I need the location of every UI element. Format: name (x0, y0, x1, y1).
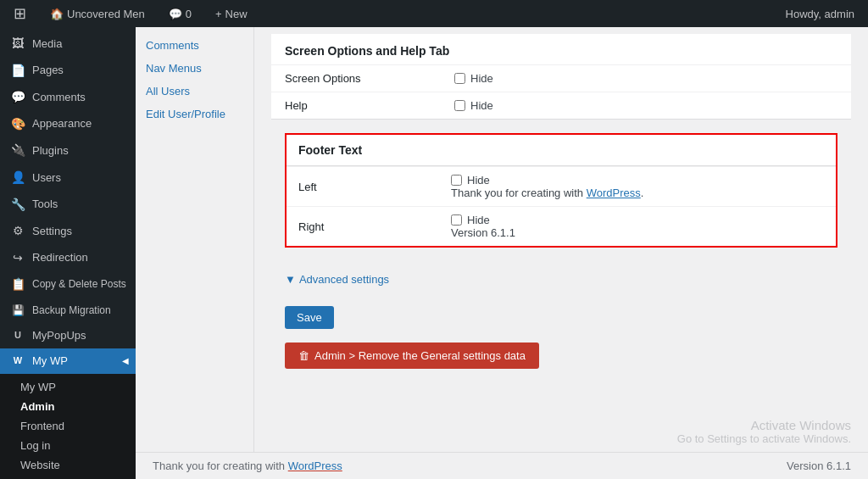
sidebar-item-copy-delete[interactable]: 📋 Copy & Delete Posts (0, 271, 136, 298)
sidebar-item-media[interactable]: 🖼 Media (0, 31, 136, 58)
comment-icon: 💬 (169, 8, 182, 20)
footer-left-hide-text: Hide (467, 174, 490, 187)
sub-menu-comments[interactable]: Comments (136, 34, 253, 57)
mywp-sub-mywp[interactable]: My WP (0, 377, 136, 397)
site-name-button[interactable]: 🏠 Uncovered Men (43, 0, 152, 27)
mypopups-icon: U (10, 329, 25, 342)
footer-right-hide-label: Hide (451, 214, 824, 226)
mywp-sub-login[interactable]: Log in (0, 436, 136, 455)
sidebar-item-plugins[interactable]: 🔌 Plugins (0, 137, 136, 164)
sidebar-label-pages: Pages (32, 63, 64, 78)
delete-data-button[interactable]: 🗑 Admin > Remove the General settings da… (285, 343, 539, 369)
table-row: Screen Options Hide (271, 65, 851, 92)
site-name-label: Uncovered Men (67, 8, 145, 20)
wp-footer: Thank you for creating with WordPress Ve… (136, 452, 868, 479)
advanced-settings-link[interactable]: ▼ Advanced settings (285, 273, 389, 286)
mywp-sub-update[interactable]: Update (0, 475, 136, 479)
sidebar-item-appearance[interactable]: 🎨 Appearance (0, 111, 136, 138)
sidebar-item-backup-migration[interactable]: 💾 Backup Migration (0, 298, 136, 323)
redirection-icon: ↪ (10, 250, 25, 267)
footer-right-hide-checkbox[interactable] (451, 214, 462, 226)
sidebar-label-copy-delete: Copy & Delete Posts (32, 278, 126, 292)
screen-options-hide-text: Hide (470, 72, 493, 85)
sidebar-label-appearance: Appearance (32, 116, 92, 131)
wp-icon: ⊞ (14, 4, 26, 23)
screen-options-panel: Screen Options and Help Tab Screen Optio… (271, 34, 851, 120)
footer-text-table: Left Hide Thank you for creating with Wo… (287, 166, 836, 246)
help-label: Help (271, 92, 441, 120)
mywp-submenu: My WP Admin Frontend Log in Website Upda… (0, 374, 136, 479)
admin-sidebar: 🖼 Media 📄 Pages 💬 Comments 🎨 Appearance … (0, 27, 136, 479)
sidebar-item-tools[interactable]: 🔧 Tools (0, 192, 136, 219)
footer-right-value: Version 6.1.1 (451, 226, 515, 239)
admin-bar: ⊞ 🏠 Uncovered Men 💬 0 + New Howdy, admin (0, 0, 868, 27)
save-section: Save (285, 306, 837, 329)
footer-wp-link[interactable]: WordPress (288, 460, 342, 472)
footer-left-text: Thank you for creating with (153, 460, 288, 472)
sidebar-label-mywp: My WP (32, 354, 68, 369)
sidebar-item-mywp[interactable]: W My WP ◀ (0, 348, 136, 374)
media-icon: 🖼 (10, 36, 25, 53)
appearance-icon: 🎨 (10, 116, 25, 133)
screen-options-title: Screen Options and Help Tab (271, 34, 851, 64)
screen-options-hide-checkbox[interactable] (454, 73, 465, 84)
new-content-button[interactable]: + New (209, 0, 254, 27)
sidebar-label-plugins: Plugins (32, 143, 69, 159)
mywp-sub-website[interactable]: Website (0, 455, 136, 475)
trash-icon: 🗑 (298, 349, 309, 362)
mywp-expand-icon: ◀ (122, 355, 129, 367)
sidebar-item-pages[interactable]: 📄 Pages (0, 58, 136, 85)
table-row: Right Hide Version 6.1.1 (287, 207, 836, 247)
sub-menu-nav-menus[interactable]: Nav Menus (136, 57, 253, 80)
new-label: New (225, 8, 248, 20)
howdy-button[interactable]: Howdy, admin (779, 0, 861, 27)
footer-right: Version 6.1.1 (787, 460, 851, 472)
delete-section: 🗑 Admin > Remove the General settings da… (285, 343, 837, 369)
help-hide-label: Hide (454, 99, 837, 112)
sidebar-label-redirection: Redirection (32, 250, 88, 265)
sub-sidebar: Comments Nav Menus All Users Edit User/P… (136, 27, 254, 479)
tools-icon: 🔧 (10, 197, 25, 214)
footer-text-panel: Footer Text Left Hide Thank you for crea… (285, 133, 837, 248)
table-row: Left Hide Thank you for creating with Wo… (287, 167, 836, 207)
footer-left-hide-checkbox[interactable] (451, 175, 462, 186)
footer-left-link[interactable]: WordPress (587, 187, 641, 199)
mywp-sub-frontend[interactable]: Frontend (0, 416, 136, 436)
help-hide-checkbox[interactable] (454, 100, 465, 111)
home-icon: 🏠 (50, 8, 64, 20)
table-row: Help Hide (271, 92, 851, 120)
users-icon: 👤 (10, 170, 25, 187)
comments-count: 0 (186, 8, 192, 20)
comments-icon: 💬 (10, 89, 25, 106)
sidebar-item-redirection[interactable]: ↪ Redirection (0, 245, 136, 272)
footer-left-hide-label: Hide (451, 174, 824, 187)
footer-left: Thank you for creating with WordPress (153, 460, 342, 472)
copy-delete-icon: 📋 (10, 276, 25, 293)
sidebar-label-users: Users (32, 170, 61, 186)
sidebar-item-users[interactable]: 👤 Users (0, 164, 136, 192)
footer-right-label: Right (287, 207, 439, 247)
footer-version: Version 6.1.1 (787, 460, 851, 472)
screen-options-label: Screen Options (271, 65, 441, 92)
sub-menu-edit-user[interactable]: Edit User/Profile (136, 103, 253, 125)
screen-options-table: Screen Options Hide Help Hide (271, 64, 851, 119)
sidebar-label-media: Media (32, 36, 62, 52)
backup-icon: 💾 (10, 304, 25, 318)
footer-left-label: Left (287, 167, 439, 207)
mywp-sub-admin[interactable]: Admin (0, 397, 136, 416)
help-hide-text: Hide (470, 99, 493, 112)
comments-button[interactable]: 💬 0 (162, 0, 198, 27)
footer-left-value: Thank you for creating with WordPress. (451, 187, 643, 199)
sidebar-item-comments[interactable]: 💬 Comments (0, 84, 136, 111)
wp-logo-button[interactable]: ⊞ (7, 0, 33, 27)
sidebar-item-settings[interactable]: ⚙ Settings (0, 218, 136, 245)
footer-left-before: Thank you for creating with (451, 187, 587, 199)
chevron-down-icon: ▼ (285, 273, 296, 286)
pages-icon: 📄 (10, 63, 25, 80)
sidebar-label-mypopups: MyPopUps (32, 328, 86, 343)
sidebar-item-mypopups[interactable]: U MyPopUps (0, 323, 136, 348)
plus-icon: + (215, 8, 222, 20)
save-button[interactable]: Save (285, 306, 334, 329)
howdy-text: Howdy, admin (786, 8, 854, 20)
sub-menu-all-users[interactable]: All Users (136, 80, 253, 103)
